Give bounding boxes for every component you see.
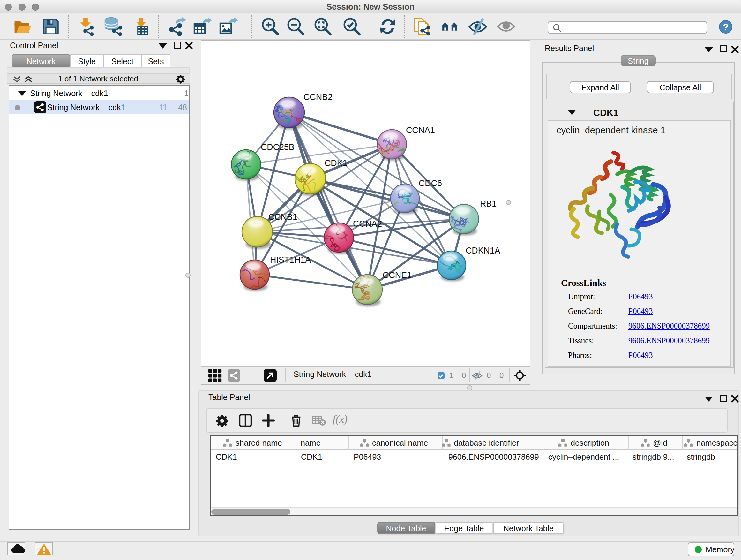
svg-text:CCNB1: CCNB1 <box>268 212 297 222</box>
svg-text:CCNB2: CCNB2 <box>304 92 333 102</box>
svg-text:CDC25B: CDC25B <box>261 142 294 152</box>
svg-text:CDK1: CDK1 <box>325 159 347 168</box>
svg-text:CCNA2: CCNA2 <box>353 219 382 229</box>
svg-text:RB1: RB1 <box>480 199 496 208</box>
svg-text:CDC6: CDC6 <box>419 179 442 188</box>
svg-text:CCNA1: CCNA1 <box>406 125 435 135</box>
svg-text:HIST1H1A: HIST1H1A <box>270 255 311 265</box>
svg-text:CDKN1A: CDKN1A <box>466 246 500 255</box>
svg-text:CCNE1: CCNE1 <box>383 270 412 280</box>
